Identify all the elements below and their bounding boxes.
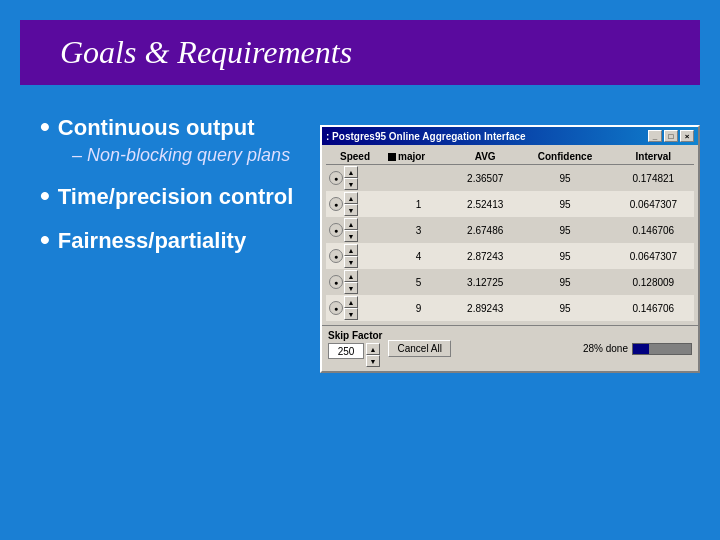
maximize-button[interactable]: □ bbox=[664, 130, 678, 142]
progress-text: 28% done bbox=[583, 343, 628, 354]
avg-cell: 2.52413 bbox=[453, 191, 517, 217]
major-cell: 1 bbox=[384, 191, 453, 217]
confidence-cell: 95 bbox=[517, 243, 612, 269]
interval-cell: 0.128009 bbox=[613, 269, 694, 295]
speed-controls-cell: ● ▲ ▼ bbox=[326, 243, 384, 269]
col-speed: Speed bbox=[326, 149, 384, 165]
speed-controls-cell: ● ▲ ▼ bbox=[326, 191, 384, 217]
row-down-btn[interactable]: ▼ bbox=[344, 256, 358, 268]
table-row: ● ▲ ▼ 2.36507950.174821 bbox=[326, 165, 694, 192]
table-row: ● ▲ ▼ 92.89243950.146706 bbox=[326, 295, 694, 321]
row-circle-btn[interactable]: ● bbox=[329, 275, 343, 289]
interval-cell: 0.146706 bbox=[613, 217, 694, 243]
row-down-btn[interactable]: ▼ bbox=[344, 230, 358, 242]
col-interval: Interval bbox=[613, 149, 694, 165]
bullet-time-text: Time/precision control bbox=[58, 184, 294, 210]
row-up-btn[interactable]: ▲ bbox=[344, 244, 358, 256]
major-icon bbox=[388, 153, 396, 161]
row-circle-btn[interactable]: ● bbox=[329, 171, 343, 185]
row-down-btn[interactable]: ▼ bbox=[344, 308, 358, 320]
close-button[interactable]: × bbox=[680, 130, 694, 142]
bullet-dot-1: • bbox=[40, 113, 50, 141]
bullet-dot-3: • bbox=[40, 226, 50, 254]
progress-fill bbox=[633, 344, 649, 354]
dialog-footer: Skip Factor ▲ ▼ Cancel All 28% done bbox=[322, 325, 698, 371]
row-circle-btn[interactable]: ● bbox=[329, 197, 343, 211]
col-major: major bbox=[384, 149, 453, 165]
table-row: ● ▲ ▼ 32.67486950.146706 bbox=[326, 217, 694, 243]
row-up-btn[interactable]: ▲ bbox=[344, 218, 358, 230]
row-down-btn[interactable]: ▼ bbox=[344, 282, 358, 294]
skip-factor-input[interactable] bbox=[328, 343, 364, 359]
col-confidence: Confidence bbox=[517, 149, 612, 165]
main-content: • Continuous output – Non-blocking query… bbox=[0, 85, 720, 393]
confidence-cell: 95 bbox=[517, 191, 612, 217]
dialog-window-controls: _ □ × bbox=[648, 130, 694, 142]
major-cell: 3 bbox=[384, 217, 453, 243]
speed-controls-cell: ● ▲ ▼ bbox=[326, 295, 384, 321]
row-up-btn[interactable]: ▲ bbox=[344, 166, 358, 178]
col-major-label: major bbox=[398, 151, 425, 162]
avg-cell: 2.89243 bbox=[453, 295, 517, 321]
dialog-title: : Postgres95 Online Aggregation Interfac… bbox=[326, 131, 526, 142]
row-up-btn[interactable]: ▲ bbox=[344, 296, 358, 308]
col-avg: AVG bbox=[453, 149, 517, 165]
confidence-cell: 95 bbox=[517, 295, 612, 321]
speed-controls-cell: ● ▲ ▼ bbox=[326, 269, 384, 295]
bullet-time: • Time/precision control bbox=[40, 184, 300, 210]
table-row: ● ▲ ▼ 53.12725950.128009 bbox=[326, 269, 694, 295]
page-title: Goals & Requirements bbox=[60, 34, 676, 71]
title-bar: Goals & Requirements bbox=[20, 20, 700, 85]
row-down-btn[interactable]: ▼ bbox=[344, 178, 358, 190]
row-circle-btn[interactable]: ● bbox=[329, 249, 343, 263]
avg-cell: 3.12725 bbox=[453, 269, 517, 295]
minimize-button[interactable]: _ bbox=[648, 130, 662, 142]
skip-factor-label: Skip Factor bbox=[328, 330, 382, 341]
row-down-btn[interactable]: ▼ bbox=[344, 204, 358, 216]
skip-up-button[interactable]: ▲ bbox=[366, 343, 380, 355]
row-circle-btn[interactable]: ● bbox=[329, 223, 343, 237]
speed-controls-cell: ● ▲ ▼ bbox=[326, 165, 384, 192]
aggregation-dialog: : Postgres95 Online Aggregation Interfac… bbox=[320, 125, 700, 373]
interval-cell: 0.146706 bbox=[613, 295, 694, 321]
interval-cell: 0.0647307 bbox=[613, 191, 694, 217]
interval-cell: 0.0647307 bbox=[613, 243, 694, 269]
bullet-fairness: • Fairness/partiality bbox=[40, 228, 300, 254]
table-row: ● ▲ ▼ 42.87243950.0647307 bbox=[326, 243, 694, 269]
speed-controls-cell: ● ▲ ▼ bbox=[326, 217, 384, 243]
row-circle-btn[interactable]: ● bbox=[329, 301, 343, 315]
dialog-titlebar: : Postgres95 Online Aggregation Interfac… bbox=[322, 127, 698, 145]
bullet-sub-text: – Non-blocking query plans bbox=[72, 145, 300, 166]
progress-area: 28% done bbox=[457, 343, 692, 355]
progress-bar bbox=[632, 343, 692, 355]
bullet-continuous: • Continuous output – Non-blocking query… bbox=[40, 115, 300, 166]
avg-cell: 2.87243 bbox=[453, 243, 517, 269]
major-cell: 9 bbox=[384, 295, 453, 321]
confidence-cell: 95 bbox=[517, 217, 612, 243]
bullet-dot-2: • bbox=[40, 182, 50, 210]
avg-cell: 2.67486 bbox=[453, 217, 517, 243]
bullet-fairness-text: Fairness/partiality bbox=[58, 228, 246, 254]
major-cell: 5 bbox=[384, 269, 453, 295]
bullet-list: • Continuous output – Non-blocking query… bbox=[40, 115, 300, 373]
row-up-btn[interactable]: ▲ bbox=[344, 270, 358, 282]
dialog-body: Speed major AVG Confidence Interval bbox=[322, 145, 698, 325]
avg-cell: 2.36507 bbox=[453, 165, 517, 192]
major-cell bbox=[384, 165, 453, 192]
interval-cell: 0.174821 bbox=[613, 165, 694, 192]
cancel-all-button[interactable]: Cancel All bbox=[388, 340, 450, 357]
row-up-btn[interactable]: ▲ bbox=[344, 192, 358, 204]
table-row: ● ▲ ▼ 12.52413950.0647307 bbox=[326, 191, 694, 217]
aggregation-table: Speed major AVG Confidence Interval bbox=[326, 149, 694, 321]
bullet-continuous-text: Continuous output bbox=[58, 115, 255, 141]
confidence-cell: 95 bbox=[517, 269, 612, 295]
major-cell: 4 bbox=[384, 243, 453, 269]
skip-down-button[interactable]: ▼ bbox=[366, 355, 380, 367]
confidence-cell: 95 bbox=[517, 165, 612, 192]
